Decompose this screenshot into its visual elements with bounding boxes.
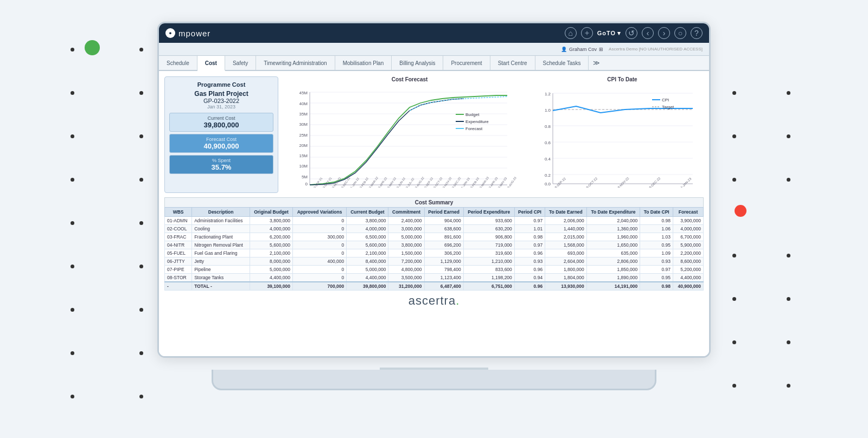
table-cell: Fuel Gas and Flaring	[192, 249, 250, 257]
table-cell: 1,440,000	[545, 225, 587, 233]
table-cell: 6,487,400	[424, 282, 463, 291]
table-cell: 3,800,000	[347, 217, 388, 225]
table-cell: Fractionating Plant	[192, 233, 250, 241]
table-cell: 04-NITR	[165, 241, 192, 249]
table-cell: 05-FUEL	[165, 249, 192, 257]
nav-icons: ⌂ ＋ GoTO ▾ ↺ ‹ › ○ ?	[565, 27, 703, 39]
col-period-exp: Period Expenditure	[463, 208, 514, 217]
next-icon[interactable]: ›	[658, 27, 670, 39]
table-cell: 1,198,200	[463, 274, 514, 282]
svg-text:35M: 35M	[299, 112, 308, 117]
table-cell: 02-COOL	[165, 225, 192, 233]
svg-text:0.2: 0.2	[545, 173, 551, 178]
table-row: 03-FRACFractionating Plant6,200,000300,0…	[165, 233, 704, 241]
table-cell: Nitrogen Removal Plant	[192, 241, 250, 249]
home-icon[interactable]: ⌂	[565, 27, 577, 39]
clock-icon[interactable]: ○	[674, 27, 686, 39]
svg-text:CPI: CPI	[662, 98, 669, 102]
programme-cost-card: Programme Cost Gas Plant Project GP-023-…	[164, 76, 278, 193]
svg-text:10M: 10M	[299, 164, 308, 169]
table-cell: 3,900,000	[673, 217, 704, 225]
percent-spent-metric: % Spent 35.7%	[169, 155, 273, 174]
table-cell: 2,015,000	[545, 233, 587, 241]
tab-cost[interactable]: Cost	[197, 56, 225, 71]
table-cell: 0.95	[640, 274, 673, 282]
user-area: 👤 Graham Cov ⊞	[561, 47, 603, 52]
table-cell: 0.95	[640, 241, 673, 249]
prog-project-name: Gas Plant Project	[194, 90, 248, 98]
prev-icon[interactable]: ‹	[642, 27, 654, 39]
table-cell: 1,129,000	[424, 257, 463, 266]
table-cell: 933,600	[463, 217, 514, 225]
svg-text:0.0: 0.0	[545, 182, 551, 186]
tab-timewriting[interactable]: Timewriting Administration	[256, 56, 335, 70]
main-content: Programme Cost Gas Plant Project GP-023-…	[159, 71, 709, 356]
table-cell: 5,000,000	[250, 266, 293, 274]
table-cell: 8,400,000	[347, 257, 388, 266]
table-cell: 4,000,000	[673, 225, 704, 233]
tab-schedule-tasks[interactable]: Schedule Tasks	[535, 56, 589, 70]
current-cost-metric: Current Cost 39,800,000	[169, 113, 273, 132]
percent-spent-value: 35.7%	[174, 163, 269, 171]
prog-project-id: GP-023-2022	[203, 98, 239, 104]
table-cell: 1,800,000	[545, 266, 587, 274]
table-cell: 696,200	[424, 241, 463, 249]
table-cell: 891,600	[424, 233, 463, 241]
laptop-base	[212, 370, 656, 390]
svg-text:40M: 40M	[299, 101, 308, 106]
tab-start-centre[interactable]: Start Centre	[490, 56, 535, 70]
decorative-red-dot	[735, 205, 746, 217]
svg-text:28-MAR-22: 28-MAR-22	[367, 176, 379, 188]
cost-forecast-svg: 45M 40M 35M 30M 25M 20M 15M 10M 5M 0	[284, 85, 535, 188]
table-cell: Pipeline	[192, 266, 250, 274]
tab-schedule[interactable]: Schedule	[159, 56, 197, 70]
col-wbs: WBS	[165, 208, 192, 217]
tab-safety[interactable]: Safety	[225, 56, 256, 70]
table-cell: 6,751,000	[463, 282, 514, 291]
table-row: 07-PIPEPipeline5,000,00005,000,0004,800,…	[165, 266, 704, 274]
table-cell: 6,200,000	[250, 233, 293, 241]
table-cell: 0	[292, 241, 346, 249]
table-cell: 13,930,000	[545, 282, 587, 291]
table-cell: 906,800	[463, 233, 514, 241]
svg-text:20M: 20M	[299, 143, 308, 148]
table-cell: 4,400,000	[347, 274, 388, 282]
table-cell: 798,400	[424, 266, 463, 274]
branding: ascertra.	[164, 294, 704, 308]
tab-mobilisation[interactable]: Mobilisation Plan	[335, 56, 392, 70]
add-icon[interactable]: ＋	[581, 27, 593, 39]
svg-text:31-JAN-23: 31-JAN-23	[679, 177, 692, 188]
table-cell: 833,600	[463, 266, 514, 274]
col-appr-var: Approved Variations	[292, 208, 346, 217]
tab-procurement[interactable]: Procurement	[443, 56, 490, 70]
top-nav: ● mpower ⌂ ＋ GoTO ▾ ↺ ‹ › ○ ?	[159, 23, 709, 43]
goto-button[interactable]: GoTO ▾	[597, 30, 621, 37]
table-cell: 31,200,000	[388, 282, 424, 291]
table-cell: 1,890,000	[586, 274, 640, 282]
table-cell: 0	[292, 217, 346, 225]
svg-text:28-MAR-23: 28-MAR-23	[478, 176, 489, 188]
table-row: 04-NITRNitrogen Removal Plant5,600,00005…	[165, 241, 704, 249]
table-cell: 4,000,000	[250, 225, 293, 233]
tab-billing[interactable]: Billing Analysis	[392, 56, 443, 70]
refresh-icon[interactable]: ↺	[626, 27, 637, 39]
table-cell: 1,500,000	[388, 249, 424, 257]
cost-forecast-chart: Cost Forecast 45M 40M 35M 30M 25M 20M 15…	[284, 76, 535, 193]
tab-more-button[interactable]: ≫	[589, 56, 604, 70]
svg-text:28-OCT-22: 28-OCT-22	[432, 177, 443, 188]
branding-dot: .	[456, 294, 459, 307]
svg-text:29-AUG-23: 29-AUG-23	[506, 176, 517, 188]
current-cost-label: Current Cost	[174, 115, 269, 121]
svg-text:Forecast: Forecast	[465, 126, 483, 131]
help-icon[interactable]: ?	[691, 27, 703, 39]
table-cell: 0	[292, 274, 346, 282]
svg-text:0.8: 0.8	[545, 124, 551, 129]
logo-text: mpower	[178, 29, 210, 38]
col-forecast: Forecast	[673, 208, 704, 217]
svg-text:28-NOV-22: 28-NOV-22	[441, 176, 452, 188]
table-cell: 4,400,000	[673, 274, 704, 282]
svg-text:25M: 25M	[299, 133, 308, 138]
cost-summary-section: Cost Summary WBS Description Original Bu…	[164, 197, 704, 291]
table-cell: 0.97	[514, 217, 545, 225]
table-cell: 3,500,000	[388, 274, 424, 282]
